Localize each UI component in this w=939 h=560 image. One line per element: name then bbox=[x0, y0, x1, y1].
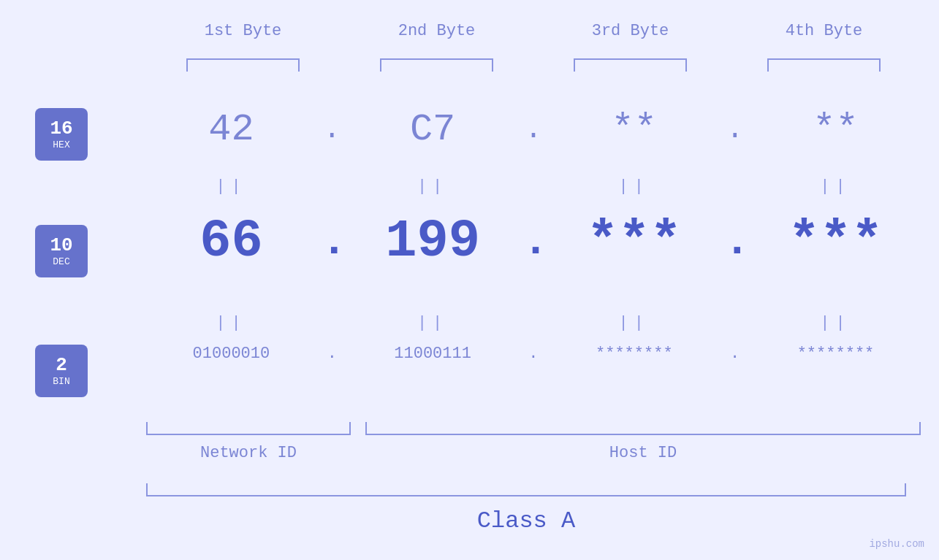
dec-byte-4: *** bbox=[755, 212, 916, 272]
eq-row-1-inner: || || || || bbox=[146, 177, 921, 196]
network-bracket bbox=[146, 422, 351, 435]
byte-label-1: 1st Byte bbox=[163, 22, 324, 40]
hex-sep-2: . bbox=[522, 113, 544, 146]
eq-row-1: || || || || bbox=[146, 177, 921, 196]
bracket-byte-3 bbox=[550, 58, 711, 72]
dec-byte-3: *** bbox=[554, 212, 715, 272]
hex-byte-2: C7 bbox=[352, 108, 513, 151]
hex-row: 42 . C7 . ** . ** bbox=[146, 108, 921, 151]
dec-sep-1: . bbox=[321, 217, 343, 266]
hex-byte-4: ** bbox=[755, 108, 916, 151]
bin-sep-2: . bbox=[522, 345, 544, 363]
bottom-bracket-row bbox=[146, 422, 921, 435]
bin-row: 01000010 . 11000111 . ******** . *******… bbox=[146, 345, 921, 363]
byte-label-3: 3rd Byte bbox=[550, 22, 711, 40]
dec-sep-3: . bbox=[724, 217, 746, 266]
network-id-label: Network ID bbox=[146, 444, 351, 462]
bin-byte-2: 11000111 bbox=[352, 345, 513, 363]
eq-1-byte-3: || bbox=[554, 177, 715, 196]
eq-2-byte-1: || bbox=[151, 314, 311, 332]
eq-1-byte-2: || bbox=[352, 177, 513, 196]
top-bracket-row bbox=[146, 58, 921, 72]
hex-byte-3: ** bbox=[554, 108, 715, 151]
eq-1-byte-4: || bbox=[755, 177, 916, 196]
bracket-byte-2 bbox=[357, 58, 517, 72]
eq-row-2: || || || || bbox=[146, 314, 921, 332]
full-bracket bbox=[146, 483, 906, 496]
bin-badge: 2 BIN bbox=[35, 345, 88, 397]
byte-label-4: 4th Byte bbox=[744, 22, 905, 40]
dec-row-inner: 66 . 199 . *** . *** bbox=[146, 212, 921, 272]
bracket-byte-4 bbox=[744, 58, 905, 72]
dec-row: 66 . 199 . *** . *** bbox=[146, 212, 921, 272]
watermark: ipshu.com bbox=[869, 538, 924, 550]
main-container: 1st Byte 2nd Byte 3rd Byte 4th Byte 16 H… bbox=[0, 0, 939, 560]
bracket-byte-1 bbox=[163, 58, 324, 72]
dec-badge: 10 DEC bbox=[35, 225, 88, 277]
bin-byte-1: 01000010 bbox=[151, 345, 311, 363]
host-id-label: Host ID bbox=[365, 444, 921, 462]
hex-sep-1: . bbox=[321, 113, 343, 146]
bin-byte-4: ******** bbox=[755, 345, 916, 363]
eq-2-byte-2: || bbox=[352, 314, 513, 332]
eq-row-2-inner: || || || || bbox=[146, 314, 921, 332]
bin-sep-3: . bbox=[724, 345, 746, 363]
dec-byte-1: 66 bbox=[151, 212, 311, 272]
bin-sep-1: . bbox=[321, 345, 343, 363]
bin-row-inner: 01000010 . 11000111 . ******** . *******… bbox=[146, 345, 921, 363]
byte-label-2: 2nd Byte bbox=[357, 22, 517, 40]
host-bracket bbox=[365, 422, 921, 435]
hex-badge: 16 HEX bbox=[35, 108, 88, 161]
id-labels-row: Network ID Host ID bbox=[146, 444, 921, 462]
eq-2-byte-3: || bbox=[554, 314, 715, 332]
bin-byte-3: ******** bbox=[554, 345, 715, 363]
eq-1-byte-1: || bbox=[151, 177, 311, 196]
hex-byte-1: 42 bbox=[151, 108, 311, 151]
dec-sep-2: . bbox=[522, 217, 544, 266]
class-label: Class A bbox=[146, 507, 906, 534]
eq-2-byte-4: || bbox=[755, 314, 916, 332]
hex-sep-3: . bbox=[724, 113, 746, 146]
dec-byte-2: 199 bbox=[352, 212, 513, 272]
byte-labels-row: 1st Byte 2nd Byte 3rd Byte 4th Byte bbox=[146, 22, 921, 40]
hex-row-inner: 42 . C7 . ** . ** bbox=[146, 108, 921, 151]
